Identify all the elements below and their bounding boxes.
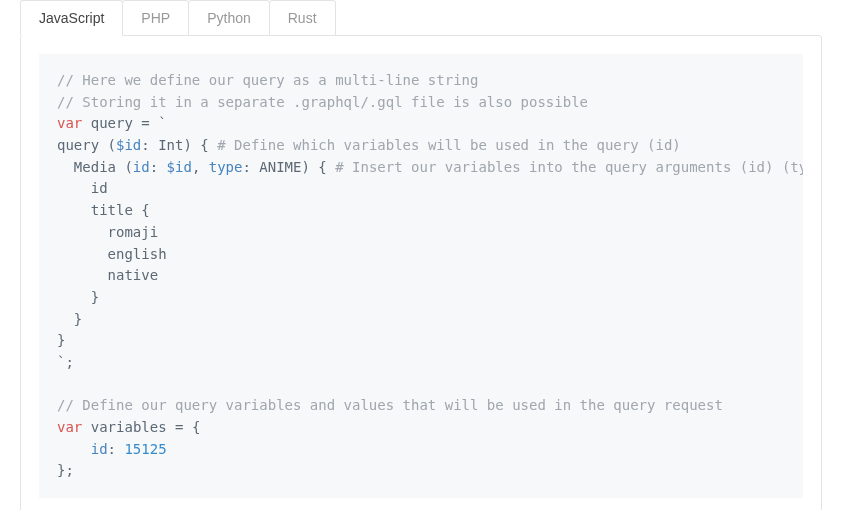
code-attr: type <box>209 159 243 175</box>
code-text: , <box>192 159 209 175</box>
code-text: title { <box>57 202 150 218</box>
code-text: : <box>150 159 167 175</box>
code-panel: // Here we define our query as a multi-l… <box>20 35 822 510</box>
code-text: id <box>57 180 108 196</box>
code-keyword: var <box>57 115 82 131</box>
code-text: } <box>57 332 65 348</box>
code-comment: // Here we define our query as a multi-l… <box>57 72 478 88</box>
code-text: : <box>108 441 125 457</box>
code-comment: # Define which variables will be used in… <box>217 137 681 153</box>
code-var: $id <box>116 137 141 153</box>
code-attr: id <box>133 159 150 175</box>
code-ident: variables <box>91 419 167 435</box>
code-text: english <box>57 246 167 262</box>
code-text: = { <box>167 419 201 435</box>
code-text: : Int) { <box>141 137 217 153</box>
code-text: : ANIME) { <box>242 159 335 175</box>
code-comment: // Storing it in a separate .graphql/.gq… <box>57 94 588 110</box>
code-block: // Here we define our query as a multi-l… <box>39 54 803 498</box>
code-text: native <box>57 267 158 283</box>
code-text: romaji <box>57 224 158 240</box>
code-var: $id <box>167 159 192 175</box>
code-op: = ` <box>133 115 167 131</box>
code-text: Media ( <box>57 159 133 175</box>
code-text: `; <box>57 354 74 370</box>
code-text: }; <box>57 462 74 478</box>
tabs-bar: JavaScript PHP Python Rust <box>0 0 842 36</box>
tab-javascript[interactable]: JavaScript <box>20 0 123 36</box>
code-comment: // Define our query variables and values… <box>57 397 723 413</box>
tab-python[interactable]: Python <box>188 0 270 36</box>
code-number: 15125 <box>124 441 166 457</box>
code-ident: query <box>91 115 133 131</box>
code-text: } <box>57 311 82 327</box>
code-comment: # Insert our variables into the query ar… <box>335 159 803 175</box>
code-text: } <box>57 289 99 305</box>
tab-rust[interactable]: Rust <box>269 0 336 36</box>
tab-php[interactable]: PHP <box>122 0 189 36</box>
code-keyword: var <box>57 419 82 435</box>
code-text: query ( <box>57 137 116 153</box>
code-attr: id <box>91 441 108 457</box>
